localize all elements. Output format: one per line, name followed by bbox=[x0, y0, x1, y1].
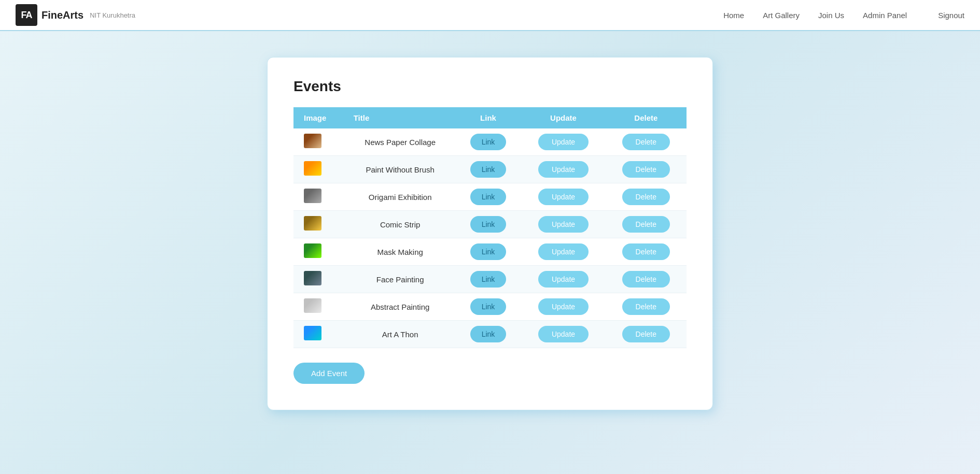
event-thumbnail-4 bbox=[304, 243, 321, 258]
cell-delete-3: Delete bbox=[606, 211, 687, 238]
cell-delete-7: Delete bbox=[606, 321, 687, 348]
link-button-7[interactable]: Link bbox=[470, 326, 507, 342]
nav-links: Home Art Gallery Join Us Admin Panel bbox=[723, 11, 907, 20]
nav-join-us[interactable]: Join Us bbox=[818, 11, 844, 20]
logo-icon: FA bbox=[16, 4, 37, 26]
cell-title-6: Abstract Painting bbox=[345, 293, 455, 321]
table-header-row: Image Title Link Update Delete bbox=[293, 107, 687, 128]
cell-delete-1: Delete bbox=[606, 156, 687, 183]
update-button-2[interactable]: Update bbox=[538, 189, 589, 205]
cell-update-6: Update bbox=[521, 293, 605, 321]
delete-button-0[interactable]: Delete bbox=[622, 134, 670, 150]
link-button-6[interactable]: Link bbox=[470, 298, 507, 315]
cell-link-5: Link bbox=[455, 266, 522, 293]
event-thumbnail-5 bbox=[304, 271, 321, 285]
col-image: Image bbox=[293, 107, 345, 128]
link-button-1[interactable]: Link bbox=[470, 161, 507, 178]
logo-subtitle: NIT Kurukhetra bbox=[90, 11, 135, 19]
col-delete: Delete bbox=[606, 107, 687, 128]
cell-image-4 bbox=[293, 238, 345, 266]
cell-title-4: Mask Making bbox=[345, 238, 455, 266]
nav-art-gallery[interactable]: Art Gallery bbox=[763, 11, 800, 20]
cell-image-7 bbox=[293, 321, 345, 348]
delete-button-5[interactable]: Delete bbox=[622, 271, 670, 288]
cell-link-0: Link bbox=[455, 128, 522, 156]
event-thumbnail-3 bbox=[304, 216, 321, 231]
signout-button[interactable]: Signout bbox=[938, 11, 964, 20]
delete-button-1[interactable]: Delete bbox=[622, 161, 670, 178]
event-thumbnail-2 bbox=[304, 189, 321, 203]
cell-delete-5: Delete bbox=[606, 266, 687, 293]
cell-title-7: Art A Thon bbox=[345, 321, 455, 348]
cell-link-3: Link bbox=[455, 211, 522, 238]
delete-button-7[interactable]: Delete bbox=[622, 326, 670, 342]
cell-link-2: Link bbox=[455, 183, 522, 211]
update-button-1[interactable]: Update bbox=[538, 161, 589, 178]
update-button-0[interactable]: Update bbox=[538, 134, 589, 150]
table-row: Art A Thon Link Update Delete bbox=[293, 321, 687, 348]
link-button-2[interactable]: Link bbox=[470, 189, 507, 205]
cell-update-4: Update bbox=[521, 238, 605, 266]
cell-image-5 bbox=[293, 266, 345, 293]
update-button-4[interactable]: Update bbox=[538, 243, 589, 260]
cell-title-3: Comic Strip bbox=[345, 211, 455, 238]
delete-button-6[interactable]: Delete bbox=[622, 298, 670, 315]
cell-title-5: Face Painting bbox=[345, 266, 455, 293]
link-button-0[interactable]: Link bbox=[470, 134, 507, 150]
navbar: FA FineArts NIT Kurukhetra Home Art Gall… bbox=[0, 0, 980, 31]
event-thumbnail-1 bbox=[304, 161, 321, 176]
cell-update-5: Update bbox=[521, 266, 605, 293]
update-button-5[interactable]: Update bbox=[538, 271, 589, 288]
col-title: Title bbox=[345, 107, 455, 128]
event-thumbnail-0 bbox=[304, 134, 321, 148]
content-wrapper: Events Image Title Link Update Delete Ne… bbox=[0, 31, 980, 436]
nav-admin-panel[interactable]: Admin Panel bbox=[863, 11, 907, 20]
cell-title-1: Paint Without Brush bbox=[345, 156, 455, 183]
cell-update-3: Update bbox=[521, 211, 605, 238]
logo-text: FineArts bbox=[41, 9, 83, 21]
table-row: Comic Strip Link Update Delete bbox=[293, 211, 687, 238]
event-thumbnail-7 bbox=[304, 326, 321, 340]
cell-link-4: Link bbox=[455, 238, 522, 266]
table-row: News Paper Collage Link Update Delete bbox=[293, 128, 687, 156]
cell-delete-6: Delete bbox=[606, 293, 687, 321]
cell-link-6: Link bbox=[455, 293, 522, 321]
link-button-3[interactable]: Link bbox=[470, 216, 507, 233]
events-table: Image Title Link Update Delete News Pape… bbox=[293, 107, 687, 348]
table-row: Origami Exhibition Link Update Delete bbox=[293, 183, 687, 211]
logo: FA FineArts NIT Kurukhetra bbox=[16, 4, 135, 26]
cell-title-2: Origami Exhibition bbox=[345, 183, 455, 211]
update-button-7[interactable]: Update bbox=[538, 326, 589, 342]
table-row: Abstract Painting Link Update Delete bbox=[293, 293, 687, 321]
link-button-5[interactable]: Link bbox=[470, 271, 507, 288]
delete-button-4[interactable]: Delete bbox=[622, 243, 670, 260]
add-event-button[interactable]: Add Event bbox=[293, 363, 365, 384]
cell-image-0 bbox=[293, 128, 345, 156]
cell-delete-4: Delete bbox=[606, 238, 687, 266]
nav-home[interactable]: Home bbox=[723, 11, 744, 20]
col-link: Link bbox=[455, 107, 522, 128]
cell-delete-2: Delete bbox=[606, 183, 687, 211]
table-row: Face Painting Link Update Delete bbox=[293, 266, 687, 293]
cell-image-2 bbox=[293, 183, 345, 211]
update-button-3[interactable]: Update bbox=[538, 216, 589, 233]
update-button-6[interactable]: Update bbox=[538, 298, 589, 315]
col-update: Update bbox=[521, 107, 605, 128]
cell-update-2: Update bbox=[521, 183, 605, 211]
delete-button-3[interactable]: Delete bbox=[622, 216, 670, 233]
cell-update-7: Update bbox=[521, 321, 605, 348]
page-title: Events bbox=[293, 78, 687, 95]
event-thumbnail-6 bbox=[304, 298, 321, 313]
cell-link-7: Link bbox=[455, 321, 522, 348]
cell-title-0: News Paper Collage bbox=[345, 128, 455, 156]
cell-image-6 bbox=[293, 293, 345, 321]
cell-image-3 bbox=[293, 211, 345, 238]
table-row: Paint Without Brush Link Update Delete bbox=[293, 156, 687, 183]
delete-button-2[interactable]: Delete bbox=[622, 189, 670, 205]
cell-image-1 bbox=[293, 156, 345, 183]
table-row: Mask Making Link Update Delete bbox=[293, 238, 687, 266]
link-button-4[interactable]: Link bbox=[470, 243, 507, 260]
cell-update-0: Update bbox=[521, 128, 605, 156]
events-card: Events Image Title Link Update Delete Ne… bbox=[267, 57, 713, 410]
cell-update-1: Update bbox=[521, 156, 605, 183]
